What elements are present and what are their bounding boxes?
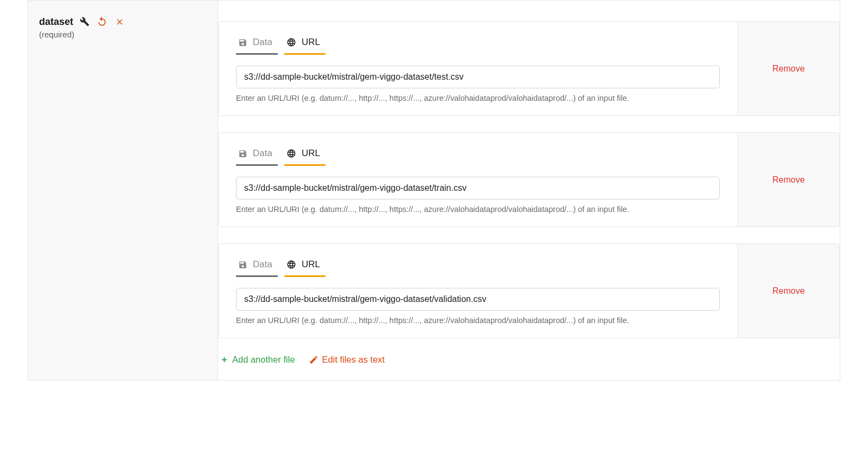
tab-data-label: Data — [253, 37, 272, 48]
file-card-side: Remove — [737, 244, 839, 338]
dataset-input-panel: dataset (required) — [28, 0, 840, 381]
url-input[interactable] — [236, 66, 720, 88]
file-card: Data URL Enter an URL/URI (e.g. datum://… — [218, 132, 840, 227]
file-card-side: Remove — [737, 133, 839, 227]
add-another-file-button[interactable]: Add another file — [220, 355, 295, 365]
sidebar: dataset (required) — [28, 1, 218, 380]
file-card-body: Data URL Enter an URL/URI (e.g. datum://… — [219, 133, 737, 227]
save-icon — [238, 260, 247, 269]
globe-icon — [286, 37, 296, 47]
tab-data[interactable]: Data — [236, 256, 278, 277]
main-content: Data URL Enter an URL/URI (e.g. datum://… — [218, 1, 840, 380]
tabs: Data URL — [236, 256, 720, 277]
tab-url-label: URL — [302, 37, 320, 48]
helper-text: Enter an URL/URI (e.g. datum://..., http… — [236, 316, 720, 325]
wrench-icon[interactable] — [79, 16, 91, 28]
close-icon[interactable] — [113, 16, 125, 28]
edit-files-as-text-button[interactable]: Edit files as text — [309, 355, 385, 365]
tabs: Data URL — [236, 34, 720, 55]
file-card-body: Data URL Enter an URL/URI (e.g. datum://… — [219, 22, 737, 115]
url-input[interactable] — [236, 177, 720, 199]
globe-icon — [286, 260, 296, 269]
file-card-side: Remove — [737, 22, 839, 115]
tab-url[interactable]: URL — [284, 145, 326, 166]
tab-data-label: Data — [253, 259, 272, 270]
globe-icon — [286, 149, 296, 158]
required-label: (required) — [39, 30, 207, 39]
file-card: Data URL Enter an URL/URI (e.g. datum://… — [218, 21, 840, 116]
tabs: Data URL — [236, 145, 720, 166]
file-card-body: Data URL Enter an URL/URI (e.g. datum://… — [219, 244, 737, 338]
tab-data[interactable]: Data — [236, 145, 278, 166]
tab-data[interactable]: Data — [236, 34, 278, 55]
tab-url-label: URL — [302, 259, 320, 270]
edit-icon — [309, 355, 318, 364]
plus-icon — [220, 356, 228, 364]
sidebar-header: dataset — [39, 16, 207, 28]
tab-data-label: Data — [253, 148, 272, 159]
actions-row: Add another file Edit files as text — [218, 355, 840, 365]
helper-text: Enter an URL/URI (e.g. datum://..., http… — [236, 94, 720, 102]
dataset-title: dataset — [39, 16, 73, 28]
url-input[interactable] — [236, 288, 720, 311]
edit-files-as-text-label: Edit files as text — [322, 355, 385, 365]
save-icon — [238, 38, 247, 47]
remove-button[interactable]: Remove — [773, 175, 805, 185]
undo-icon[interactable] — [96, 16, 108, 28]
helper-text: Enter an URL/URI (e.g. datum://..., http… — [236, 205, 720, 214]
remove-button[interactable]: Remove — [773, 286, 805, 296]
tab-url[interactable]: URL — [284, 34, 326, 55]
save-icon — [238, 149, 247, 158]
tab-url[interactable]: URL — [284, 256, 326, 277]
tab-url-label: URL — [302, 148, 320, 159]
remove-button[interactable]: Remove — [773, 64, 805, 74]
file-card: Data URL Enter an URL/URI (e.g. datum://… — [218, 243, 840, 338]
add-another-file-label: Add another file — [232, 355, 295, 365]
